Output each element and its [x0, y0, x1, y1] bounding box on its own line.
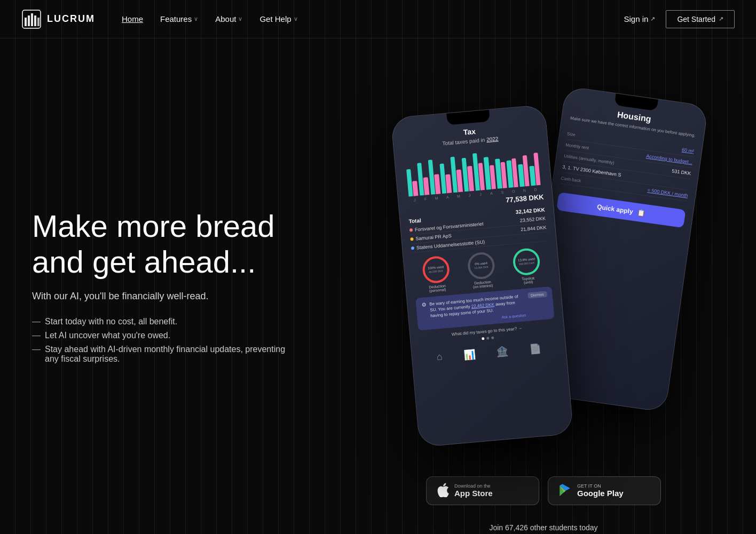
google-play-small-text: GET IT ON	[577, 483, 624, 489]
tax-table: Total 32,142 DKK Forsvaret og Forsvarsmi…	[408, 205, 548, 253]
nav-chart-icon[interactable]: 📊	[463, 348, 476, 361]
deduction-personal-label: Deduction(personal)	[429, 284, 446, 293]
apple-icon	[436, 482, 449, 499]
deduction-interest: 0% used13,000 DKK Deduction(on interest)	[467, 251, 497, 289]
svg-rect-1	[25, 18, 27, 26]
sign-in-link[interactable]: Sign in ↗	[624, 14, 656, 23]
deduction-circles: 100% used46,500 DKK Deduction(personal) …	[412, 246, 552, 294]
phone-tax-content: Tax Total taxes paid in 2022 JFMAMJJASON…	[392, 116, 574, 447]
get-started-arrow-icon: ↗	[719, 15, 723, 22]
main-content: Make more bread and get ahead... With ou…	[0, 38, 756, 534]
nav-features[interactable]: Features ∨	[160, 14, 198, 23]
deduction-interest-label: Deduction(on interest)	[472, 280, 493, 289]
housing-content: Housing Make sure we have the correct in…	[548, 98, 706, 233]
google-play-large-text: Google Play	[577, 489, 624, 498]
dot-yellow-icon	[410, 237, 414, 241]
deduction-personal-circle: 100% used46,500 DKK	[421, 255, 450, 284]
housing-rent-label: Monthly rent	[565, 142, 589, 150]
dot-indicator-3	[491, 336, 493, 339]
logo-icon	[21, 9, 42, 29]
feature-item-1: Start today with no cost, all benefit.	[32, 317, 299, 326]
deduction-topskat-label: Topskat(until)	[522, 276, 535, 284]
deduction-personal: 100% used46,500 DKK Deduction(personal)	[421, 255, 451, 293]
feature-list: Start today with no cost, all benefit. L…	[32, 317, 299, 364]
about-chevron-icon: ∨	[238, 15, 242, 22]
feature-item-3: Stay ahead with AI-driven monthly financ…	[32, 345, 299, 364]
features-chevron-icon: ∨	[194, 15, 198, 22]
phone-tax: Tax Total taxes paid in 2022 JFMAMJJASON…	[391, 104, 574, 447]
nav-about[interactable]: About ∨	[215, 14, 242, 23]
app-store-button[interactable]: Download on the App Store	[426, 476, 539, 505]
nav-bank-icon[interactable]: 🏦	[496, 345, 509, 357]
deduction-interest-circle: 0% used13,000 DKK	[467, 251, 495, 280]
svg-rect-5	[37, 18, 40, 26]
dismiss-button[interactable]: Dismiss	[527, 291, 547, 298]
dot-indicator-2	[486, 336, 489, 339]
sign-in-arrow-icon: ↗	[650, 15, 655, 22]
logo-area: LUCRUM	[21, 9, 95, 29]
svg-rect-2	[28, 15, 30, 26]
warning-box: ⚙ Be wary of earning too much income out…	[415, 286, 554, 330]
nav-actions: Sign in ↗ Get Started ↗	[624, 10, 735, 28]
svg-rect-3	[31, 13, 33, 26]
dot-red-icon	[410, 228, 413, 232]
housing-utilities-value: 531 DKK	[672, 168, 691, 176]
google-play-icon	[558, 484, 572, 498]
feature-item-2: Let AI uncover what you're owed.	[32, 331, 299, 340]
dot-blue-icon	[411, 246, 415, 250]
nav-home[interactable]: Home	[122, 14, 143, 23]
svg-rect-4	[34, 15, 36, 26]
google-play-button[interactable]: GET IT ON Google Play	[548, 476, 661, 505]
warning-icon: ⚙	[421, 301, 427, 308]
nav-links: Home Features ∨ About ∨ Get Help ∨	[122, 14, 624, 23]
quick-apply-icon: 📋	[637, 209, 646, 217]
left-section: Make more bread and get ahead... With ou…	[0, 38, 331, 534]
phones-container: Housing Make sure we have the correct in…	[389, 78, 698, 463]
navbar: LUCRUM Home Features ∨ About ∨ Get Help …	[0, 0, 756, 38]
get-help-chevron-icon: ∨	[294, 15, 298, 22]
nav-doc-icon[interactable]: 📄	[529, 342, 541, 355]
housing-cashback-label: Cash back	[561, 176, 581, 183]
hero-title: Make more bread and get ahead...	[32, 209, 299, 280]
nav-home-icon[interactable]: ⌂	[436, 350, 443, 363]
deduction-topskat-circle: 13.8% used568,900 DKK	[512, 247, 541, 276]
nav-get-help[interactable]: Get Help ∨	[259, 14, 297, 23]
join-text: Join 67,426 other students today	[489, 523, 597, 532]
app-store-large-text: App Store	[454, 489, 493, 498]
housing-size-label: Size	[567, 131, 576, 137]
get-started-button[interactable]: Get Started ↗	[666, 10, 735, 28]
hero-subtitle: With our AI, you'll be financially well-…	[32, 291, 299, 302]
right-section: Housing Make sure we have the correct in…	[331, 38, 756, 534]
app-store-small-text: Download on the	[454, 483, 493, 489]
deduction-topskat: 13.8% used568,900 DKK Topskat(until)	[512, 247, 542, 285]
brand-name: LUCRUM	[47, 13, 95, 25]
app-buttons: Download on the App Store GET IT ON	[426, 476, 661, 505]
housing-size-value: 60 m²	[681, 147, 694, 154]
dot-indicator-1	[482, 337, 484, 339]
